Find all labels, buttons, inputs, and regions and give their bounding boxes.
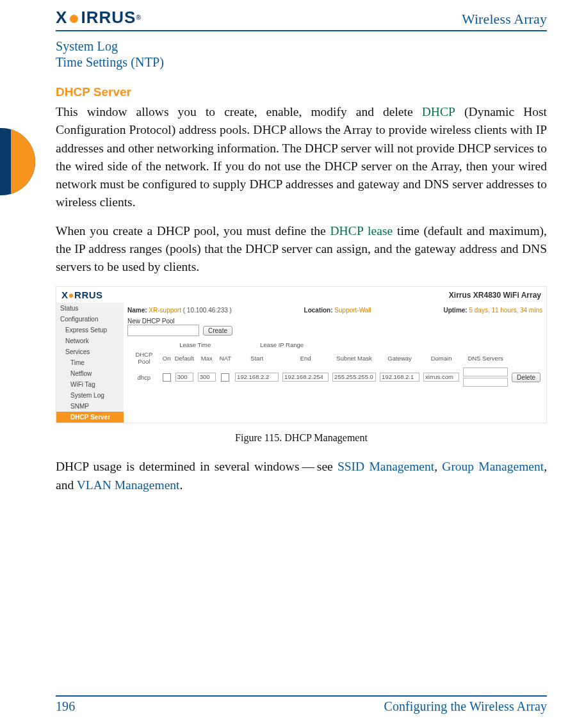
sidebar-item[interactable]: Netflow: [56, 368, 124, 379]
text: DHCP usage is determined in several wind…: [56, 460, 337, 473]
table-header: Subnet Mask: [330, 350, 378, 366]
cell-end[interactable]: 192.168.2.254: [282, 373, 329, 382]
table-header: On: [161, 350, 173, 366]
text: (Dynamic Host Configuration Protocol) ad…: [56, 105, 547, 209]
figure-logo: X●RRUS: [61, 289, 103, 300]
table-row: dhcp 300 300 192.168.2.2 192.168.2.254 2…: [127, 366, 542, 388]
link-dhcp[interactable]: DHCP: [422, 105, 455, 118]
group-lease-time: Lease Time: [173, 340, 218, 350]
sidebar-item[interactable]: Services: [56, 346, 124, 357]
checkbox-nat[interactable]: [221, 373, 229, 382]
cell-domain[interactable]: xirrus.com: [423, 373, 459, 382]
brand-text: IRRUS: [81, 8, 136, 28]
paragraph-3: DHCP usage is determined in several wind…: [56, 458, 547, 494]
sidebar-item[interactable]: DHCP Server: [56, 412, 124, 423]
document-title: Wireless Array: [462, 11, 547, 28]
create-button[interactable]: Create: [203, 326, 232, 336]
cell-default[interactable]: 300: [175, 373, 193, 382]
link-system-log[interactable]: System Log: [56, 39, 547, 54]
link-vlan-management[interactable]: VLAN Management: [77, 478, 180, 492]
cell-max[interactable]: 300: [198, 373, 216, 382]
page-header: X●IRRUS® // The logo wants XIRRUS but wi…: [56, 0, 547, 30]
figure-dhcp-management: X●RRUS Xirrus XR4830 WiFi Array StatusCo…: [56, 286, 547, 423]
meta-name-value: XR-support: [149, 307, 181, 314]
figure-main: Name: XR-support ( 10.100.46.233 ) Locat…: [124, 303, 546, 423]
sidebar-item[interactable]: SNMP: [56, 401, 124, 412]
paragraph-1: This window allows you to create, enable…: [56, 103, 547, 212]
meta-uptime-label: Uptime:: [443, 307, 467, 314]
meta-name-ip: ( 10.100.46.233 ): [183, 307, 232, 314]
sidebar-item[interactable]: Express Setup: [56, 325, 124, 336]
sidebar-item[interactable]: System Log: [56, 390, 124, 401]
cell-pool: dhcp: [127, 366, 161, 388]
link-time-settings[interactable]: Time Settings (NTP): [56, 55, 547, 70]
meta-location-value: Support-Wall: [334, 307, 371, 314]
delete-button[interactable]: Delete: [512, 373, 540, 382]
table-header: DHCP Pool: [127, 350, 161, 366]
figure-model: Xirrus XR4830 WiFi Array: [449, 291, 541, 300]
meta-uptime-value: 5 days, 11 hours, 34 mins: [469, 307, 542, 314]
page-number: 196: [56, 699, 75, 714]
link-ssid-management[interactable]: SSID Management: [337, 460, 434, 473]
cell-dns1[interactable]: [463, 368, 508, 376]
section-heading: DHCP Server: [56, 85, 547, 99]
meta-location-label: Location:: [304, 307, 333, 314]
cell-dns2[interactable]: [463, 378, 508, 387]
header-rule: [56, 30, 547, 31]
text: ,: [434, 460, 442, 473]
checkbox-on[interactable]: [163, 373, 171, 382]
sidebar-item[interactable]: Status: [56, 303, 124, 314]
table-header: Max: [196, 350, 218, 366]
footer-rule: [56, 695, 547, 697]
sidebar-item[interactable]: Time: [56, 357, 124, 368]
table-header: DNS Servers: [461, 350, 510, 366]
page-footer: 196 Configuring the Wireless Array: [56, 695, 547, 714]
table-header: [510, 350, 542, 366]
text: This window allows you to create, enable…: [56, 105, 422, 118]
sidebar-item[interactable]: Network: [56, 336, 124, 346]
text: .: [180, 478, 183, 492]
figure-meta-row: Name: XR-support ( 10.100.46.233 ) Locat…: [127, 305, 542, 318]
link-dhcp-lease[interactable]: DHCP lease: [330, 224, 393, 238]
sidebar-item[interactable]: WiFi Tag: [56, 379, 124, 390]
footer-section-title: Configuring the Wireless Array: [384, 699, 547, 714]
table-header: Gateway: [378, 350, 421, 366]
cell-mask[interactable]: 255.255.255.0: [332, 373, 376, 382]
figure-sidebar: StatusConfigurationExpress SetupNetworkS…: [56, 303, 124, 423]
link-group-management[interactable]: Group Management: [442, 460, 544, 473]
table-header: Default: [173, 350, 196, 366]
sidebar-item[interactable]: Configuration: [56, 314, 124, 325]
dhcp-table: Lease Time Lease IP Range DHCP PoolOnDef…: [127, 340, 542, 388]
cell-gateway[interactable]: 192.168.2.1: [380, 373, 419, 382]
table-header: NAT: [218, 350, 233, 366]
table-header: Start: [233, 350, 280, 366]
chapter-tab: [0, 128, 35, 195]
meta-name-label: Name:: [127, 307, 147, 314]
paragraph-2: When you create a DHCP pool, you must de…: [56, 222, 547, 277]
figure-caption: Figure 115. DHCP Management: [56, 432, 547, 444]
table-header: End: [280, 350, 330, 366]
text: When you create a DHCP pool, you must de…: [56, 224, 330, 238]
brand-logo: X●IRRUS® // The logo wants XIRRUS but wi…: [56, 8, 142, 28]
new-pool-label: New DHCP Pool: [127, 318, 542, 325]
new-pool-input[interactable]: [127, 325, 199, 336]
cell-start[interactable]: 192.168.2.2: [235, 373, 279, 382]
table-header: Domain: [421, 350, 461, 366]
group-lease-range: Lease IP Range: [233, 340, 330, 350]
